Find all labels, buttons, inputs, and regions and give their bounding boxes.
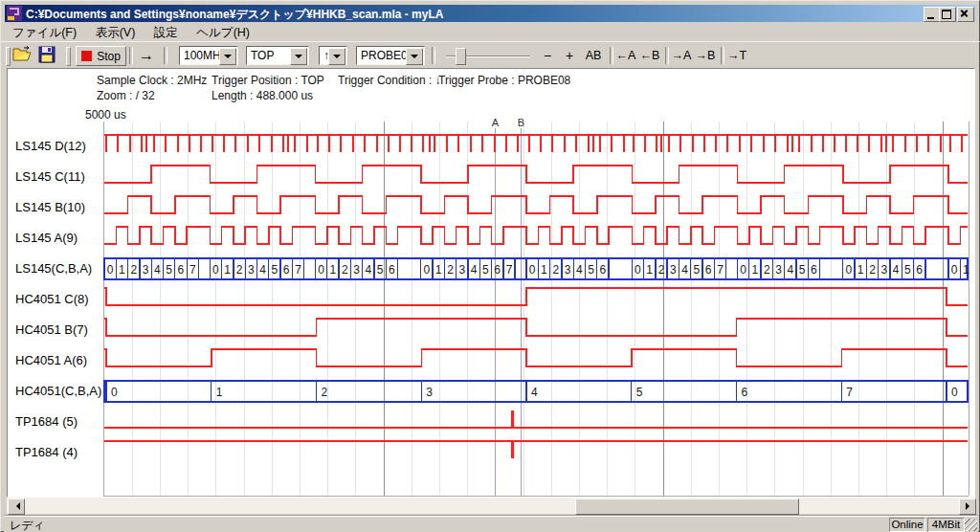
signal-label-8: HC4051(C,B,A) (15, 384, 101, 398)
signal-label-7: HC4051 A(6) (15, 353, 87, 367)
bus-value: 2 (658, 263, 665, 277)
status-online: Online (889, 518, 925, 532)
signal-label-0: LS145 D(12) (15, 139, 86, 153)
bus-value: 2 (869, 263, 876, 277)
set-cursor-a-button[interactable]: ←A (614, 46, 637, 65)
toolbar-grip[interactable] (6, 47, 11, 66)
bus-value: 3 (565, 263, 571, 277)
toolbar-grip[interactable] (66, 47, 71, 66)
bus-value: 0 (529, 263, 536, 277)
bus-value: 4 (576, 263, 583, 277)
bus-value: 4 (531, 386, 538, 399)
run-button[interactable]: → (134, 46, 159, 65)
info-trigger-probe: Trigger Probe : PROBE08 (438, 74, 570, 87)
bus-value: 2 (342, 263, 348, 277)
bus-value: 0 (740, 263, 746, 277)
goto-cursor-a-button[interactable]: →A (670, 46, 693, 65)
bus-value: 1 (216, 386, 223, 399)
set-cursor-b-button[interactable]: ←B (638, 46, 661, 65)
bus-value: 0 (846, 263, 853, 277)
zoom-in-button[interactable]: + (560, 46, 579, 65)
dropdown-button[interactable] (328, 48, 345, 65)
menu-file[interactable]: ファイル(F) (5, 23, 84, 41)
bus-value: 7 (717, 263, 724, 277)
title-bar[interactable]: C:¥Documents and Settings¥noname¥デスクトップ¥… (5, 5, 975, 22)
bus-value: 7 (295, 263, 301, 277)
bus-value: 4 (893, 263, 900, 277)
arrow-left-icon (12, 502, 20, 510)
waveform-ls145-a-9 (104, 227, 968, 244)
trigger-position-select[interactable]: TOP (246, 46, 309, 65)
waveform-plot: AB01234567012345670123456012345670123456… (7, 68, 975, 498)
bus-value: 2 (236, 263, 243, 277)
scrollbar-thumb[interactable] (575, 499, 799, 515)
bus-value: 5 (482, 263, 489, 277)
zoom-out-button[interactable]: − (537, 46, 558, 65)
bus-value: 3 (353, 263, 360, 277)
app-icon (7, 6, 22, 21)
chevron-down-icon (224, 55, 232, 62)
clock-select[interactable]: 100MHz (179, 46, 238, 65)
toolbar-separator (164, 47, 167, 64)
bus-value: 1 (224, 263, 231, 277)
save-button[interactable] (38, 46, 61, 67)
bus-value: 6 (916, 263, 923, 277)
bus-value: 5 (694, 263, 701, 277)
bus-value: 0 (107, 263, 114, 277)
bus-box-idle (726, 258, 738, 279)
trigger-edge-select[interactable]: ↑ (319, 46, 347, 65)
bus-value: 2 (764, 263, 770, 277)
resize-grip[interactable] (965, 519, 977, 531)
info-length: Length : 488.000 us (212, 89, 313, 102)
maximize-button[interactable] (939, 7, 956, 22)
scroll-left-button[interactable] (8, 499, 25, 515)
minimize-icon (927, 17, 934, 19)
bus-box (737, 381, 842, 402)
bus-value: 6 (811, 263, 817, 277)
menu-view[interactable]: 表示(V) (88, 23, 144, 41)
stop-button[interactable]: Stop (76, 46, 126, 66)
goto-trigger-button[interactable]: →T (725, 46, 748, 65)
open-file-button[interactable] (11, 46, 34, 67)
zoom-ab-button[interactable]: AB (581, 46, 606, 65)
bus-box-idle (925, 258, 948, 279)
bus-value: 0 (111, 386, 118, 399)
bus-value: 2 (322, 386, 328, 399)
bus-value: 1 (541, 263, 547, 277)
signal-label-9: TP1684 (5) (15, 414, 78, 429)
menu-help[interactable]: ヘルプ(H) (189, 23, 257, 41)
dropdown-button[interactable] (406, 48, 423, 65)
menu-settings[interactable]: 設定 (146, 23, 186, 41)
bus-value: 1 (119, 263, 125, 277)
bus-value: 0 (318, 263, 324, 277)
zoom-slider-handle[interactable] (456, 48, 466, 65)
bus-value: 6 (389, 263, 395, 277)
waveform-ls145-b-10 (104, 196, 968, 213)
bus-value: 4 (366, 263, 372, 277)
waveform-hc4051-a-6 (104, 349, 968, 366)
bus-value: 0 (635, 263, 641, 277)
dropdown-button[interactable] (219, 48, 236, 65)
plot-border (103, 122, 969, 496)
chevron-down-icon (333, 55, 341, 62)
toolbar-separator (432, 47, 435, 64)
dropdown-button[interactable] (290, 48, 307, 65)
bus-value: 5 (799, 263, 806, 277)
bus-value: 1 (963, 263, 969, 277)
menu-bar: ファイル(F) 表示(V) 設定 ヘルプ(H) (5, 23, 975, 41)
trigger-probe-select[interactable]: PROBE00 (356, 46, 425, 65)
waveform-ls145-d-12-pulses (106, 135, 962, 152)
cursor-b-label: B (518, 117, 524, 128)
waveform-view: AB01234567012345670123456012345670123456… (7, 68, 975, 498)
goto-cursor-b-button[interactable]: →B (694, 46, 717, 65)
bus-box (212, 381, 317, 402)
close-button[interactable] (957, 7, 974, 22)
signal-label-1: LS145 C(11) (15, 169, 85, 184)
horizontal-scrollbar[interactable] (7, 498, 975, 514)
bus-box-idle (398, 258, 421, 279)
bus-value: 5 (636, 386, 643, 399)
bus-value: 0 (951, 263, 958, 277)
scroll-right-button[interactable] (959, 499, 976, 515)
toolbar-separator (129, 47, 133, 64)
chevron-down-icon (295, 55, 302, 62)
